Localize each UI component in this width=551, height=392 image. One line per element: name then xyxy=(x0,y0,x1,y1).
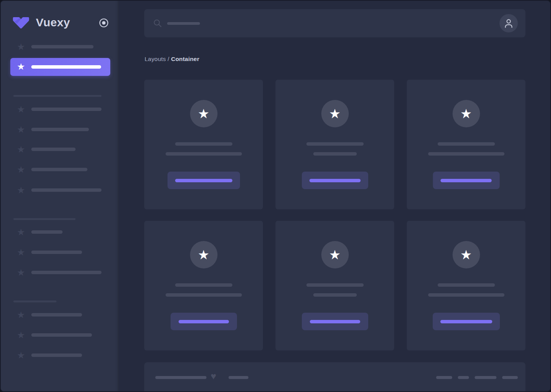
button-label-skeleton xyxy=(441,179,492,182)
card-title-skeleton xyxy=(438,142,495,146)
star-icon: ★ xyxy=(198,247,209,262)
card-action-button[interactable] xyxy=(433,313,500,330)
sidebar-item-label-skeleton xyxy=(31,108,102,111)
content-card: ★ xyxy=(407,221,525,350)
radio-toggle-icon[interactable] xyxy=(98,18,109,28)
star-icon: ★ xyxy=(16,125,26,135)
card-subtitle-skeleton xyxy=(313,293,357,297)
heart-icon: ♥ xyxy=(211,371,216,381)
card-title-skeleton xyxy=(175,283,232,287)
search-input[interactable] xyxy=(144,9,525,37)
star-icon: ★ xyxy=(329,106,340,121)
star-icon: ★ xyxy=(16,145,26,154)
card-title-skeleton xyxy=(306,142,364,146)
card-action-button[interactable] xyxy=(302,172,368,189)
star-icon: ★ xyxy=(16,104,26,114)
sidebar-item-active[interactable]: ★ xyxy=(10,58,110,76)
footer-links xyxy=(436,376,518,379)
button-label-skeleton xyxy=(310,320,360,323)
sidebar-header: Vuexy xyxy=(12,16,111,30)
vuexy-logo-icon xyxy=(12,17,30,29)
card-action-button[interactable] xyxy=(171,313,237,330)
content-card: ★ xyxy=(276,80,394,209)
star-icon: ★ xyxy=(460,247,472,262)
user-avatar-button[interactable] xyxy=(499,14,518,32)
content-card: ★ xyxy=(407,80,525,209)
app-title: Vuexy xyxy=(36,16,70,29)
sidebar-item-label-skeleton xyxy=(31,353,82,357)
sidebar-item-label-skeleton xyxy=(31,230,63,234)
sidebar: Vuexy ★ ★ ★ ★ ★ xyxy=(1,1,119,391)
card-title-skeleton xyxy=(438,283,495,287)
sidebar-section-divider xyxy=(13,95,102,97)
breadcrumb-current: Container xyxy=(171,56,199,62)
content-card: ★ xyxy=(144,221,263,350)
card-subtitle-skeleton xyxy=(428,152,504,156)
sidebar-item-label-skeleton xyxy=(31,251,82,254)
star-icon: ★ xyxy=(460,106,472,121)
app-window: Vuexy ★ ★ ★ ★ ★ xyxy=(0,0,551,392)
sidebar-item-label-skeleton xyxy=(31,148,76,151)
star-icon: ★ xyxy=(16,185,26,195)
star-icon: ★ xyxy=(16,165,26,175)
card-subtitle-skeleton xyxy=(428,293,504,297)
search-placeholder-skeleton xyxy=(167,22,200,25)
card-title-skeleton xyxy=(175,142,232,146)
sidebar-section-divider xyxy=(13,218,76,220)
star-icon: ★ xyxy=(198,106,209,121)
button-label-skeleton xyxy=(175,179,232,182)
button-label-skeleton xyxy=(179,320,229,323)
card-avatar: ★ xyxy=(190,241,218,268)
sidebar-section-divider xyxy=(13,300,56,302)
sidebar-item-label-skeleton xyxy=(31,168,87,171)
card-avatar: ★ xyxy=(321,100,349,127)
star-icon: ★ xyxy=(16,350,26,360)
sidebar-item-label-skeleton xyxy=(31,271,102,274)
card-subtitle-skeleton xyxy=(166,293,242,297)
star-icon: ★ xyxy=(16,247,26,257)
footer-link-skeleton[interactable] xyxy=(458,376,469,379)
star-icon: ★ xyxy=(16,62,26,72)
footer-link-skeleton[interactable] xyxy=(502,376,518,379)
star-icon: ★ xyxy=(16,42,26,52)
card-action-button[interactable] xyxy=(302,313,368,330)
breadcrumb: Layouts / Container xyxy=(145,56,199,63)
content-card: ★ xyxy=(276,221,394,350)
footer-credit-skeleton xyxy=(229,376,248,379)
footer-link-skeleton[interactable] xyxy=(475,376,496,379)
sidebar-item-label-skeleton xyxy=(31,65,101,69)
card-avatar: ★ xyxy=(190,100,218,127)
sidebar-item-label-skeleton xyxy=(31,128,89,131)
user-icon xyxy=(504,18,513,28)
footer: ♥ xyxy=(144,362,525,392)
card-avatar: ★ xyxy=(453,100,480,127)
star-icon: ★ xyxy=(329,247,340,262)
card-title-skeleton xyxy=(306,283,364,287)
button-label-skeleton xyxy=(309,179,361,182)
search-icon xyxy=(153,19,162,27)
card-avatar: ★ xyxy=(321,241,349,268)
breadcrumb-parent[interactable]: Layouts xyxy=(145,56,166,62)
star-icon: ★ xyxy=(16,330,26,340)
sidebar-item-label-skeleton xyxy=(31,188,102,192)
card-action-button[interactable] xyxy=(433,172,499,189)
sidebar-item-label-skeleton xyxy=(31,313,82,316)
footer-link-skeleton[interactable] xyxy=(436,376,452,379)
sidebar-item-label-skeleton xyxy=(31,333,92,337)
breadcrumb-separator: / xyxy=(166,56,171,62)
star-icon: ★ xyxy=(16,310,26,320)
content-card: ★ xyxy=(144,80,263,209)
star-icon: ★ xyxy=(16,268,26,278)
star-icon: ★ xyxy=(16,227,26,237)
footer-copyright-skeleton xyxy=(155,376,206,379)
card-subtitle-skeleton xyxy=(166,152,242,156)
card-avatar: ★ xyxy=(453,241,480,268)
sidebar-item-label-skeleton xyxy=(31,45,93,48)
card-subtitle-skeleton xyxy=(313,152,357,156)
card-action-button[interactable] xyxy=(168,172,240,189)
button-label-skeleton xyxy=(440,320,492,323)
